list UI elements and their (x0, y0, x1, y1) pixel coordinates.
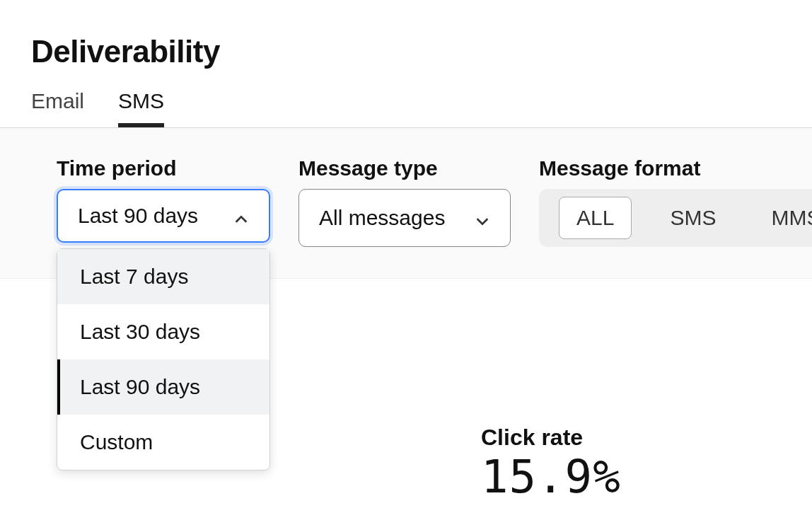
time-period-select[interactable]: Last 90 days (57, 189, 270, 243)
filter-message-format: Message format ALL SMS MMS (539, 156, 812, 247)
time-period-selected-value: Last 90 days (78, 204, 198, 228)
message-type-select[interactable]: All messages (298, 189, 511, 247)
tab-sms[interactable]: SMS (118, 89, 164, 127)
click-rate-label: Click rate (481, 425, 621, 451)
segmented-option-all[interactable]: ALL (559, 197, 632, 239)
chevron-up-icon (233, 208, 249, 224)
segmented-option-sms[interactable]: SMS (653, 197, 733, 238)
filter-message-type: Message type All messages (298, 156, 511, 247)
dropdown-option-last-90-days[interactable]: Last 90 days (57, 359, 269, 415)
dropdown-option-last-7-days[interactable]: Last 7 days (57, 249, 269, 304)
chevron-down-icon (475, 210, 490, 226)
message-format-segmented: ALL SMS MMS (539, 189, 812, 247)
tab-email[interactable]: Email (31, 89, 84, 127)
page-title: Deliverability (0, 0, 812, 69)
segmented-option-mms[interactable]: MMS (754, 197, 812, 238)
metric-click-rate: Click rate 15.9% (481, 425, 621, 503)
tabs: Email SMS (0, 69, 812, 128)
filter-time-period: Time period Last 90 days Last 7 days Las… (57, 156, 270, 247)
time-period-dropdown: Last 7 days Last 30 days Last 90 days Cu… (57, 248, 270, 471)
dropdown-option-last-30-days[interactable]: Last 30 days (57, 304, 269, 359)
message-type-label: Message type (298, 156, 511, 180)
time-period-label: Time period (57, 156, 270, 180)
click-rate-value: 15.9% (481, 451, 621, 503)
dropdown-option-custom[interactable]: Custom (57, 415, 269, 470)
message-type-selected-value: All messages (319, 206, 445, 230)
message-format-label: Message format (539, 156, 812, 180)
